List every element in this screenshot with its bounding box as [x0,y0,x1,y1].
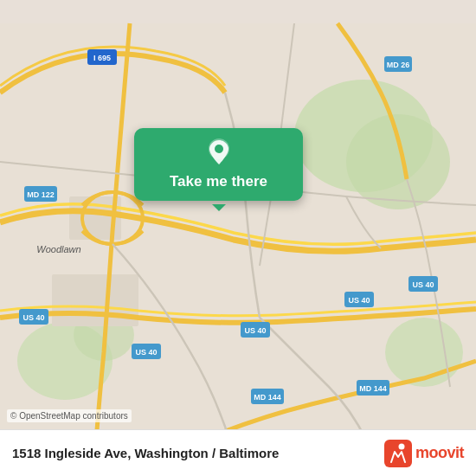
map-container: I 695 MD 122 MD 26 MD US 40 US 40 US 40 … [0,0,476,476]
svg-text:Woodlawn: Woodlawn [36,244,80,254]
callout-label: Take me there [170,173,267,190]
svg-text:US 40: US 40 [348,296,370,305]
svg-text:US 40: US 40 [244,326,266,335]
svg-text:MD 26: MD 26 [387,61,410,69]
moovit-logo: moovit [384,440,464,467]
svg-text:MD 122: MD 122 [27,190,55,199]
svg-text:US 40: US 40 [412,280,434,289]
svg-text:US 40: US 40 [23,313,44,322]
map-background: I 695 MD 122 MD 26 MD US 40 US 40 US 40 … [0,0,476,476]
svg-text:MD 144: MD 144 [254,393,281,402]
location-pin-icon [203,137,235,168]
address-label: 1518 Ingleside Ave, Washington / Baltimo… [12,446,279,460]
svg-point-36 [398,443,404,449]
svg-text:I 695: I 695 [93,54,111,62]
take-me-there-callout[interactable]: Take me there [134,128,303,201]
moovit-brand-text: moovit [415,444,464,462]
bottom-bar: 1518 Ingleside Ave, Washington / Baltimo… [0,429,476,476]
map-attribution: © OpenStreetMap contributors [7,409,132,422]
moovit-brand-icon [384,440,412,467]
svg-rect-35 [384,440,412,467]
svg-text:US 40: US 40 [135,348,157,357]
svg-point-2 [346,114,450,209]
svg-text:MD 144: MD 144 [359,384,387,393]
svg-point-34 [215,145,223,153]
